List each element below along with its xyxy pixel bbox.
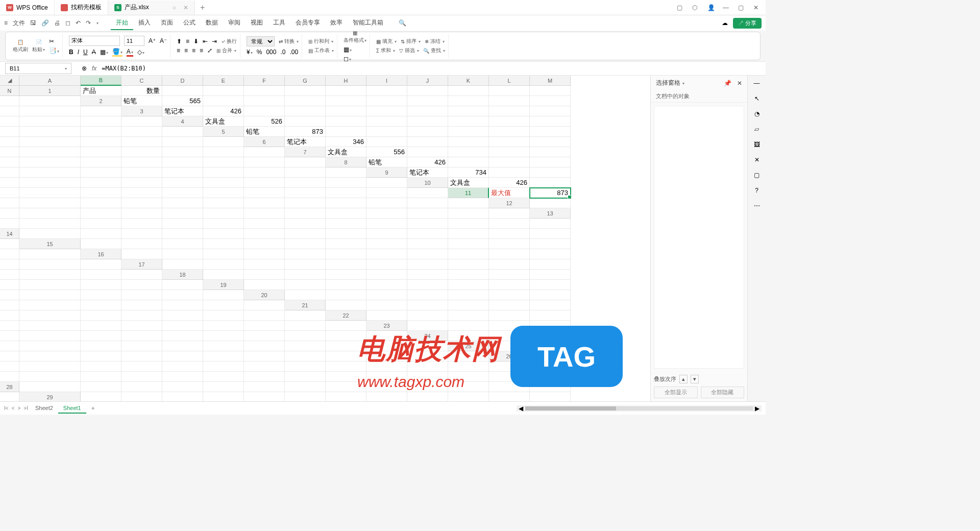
cell-I5[interactable] bbox=[0, 137, 19, 147]
cell-H9[interactable] bbox=[121, 178, 162, 188]
cell-G1[interactable] bbox=[326, 86, 366, 96]
cell-G25[interactable] bbox=[162, 351, 203, 361]
cell-I22[interactable] bbox=[121, 321, 162, 331]
menu-视图[interactable]: 视图 bbox=[246, 16, 268, 30]
row-header-1[interactable]: 1 bbox=[19, 86, 81, 96]
cell-I11[interactable] bbox=[244, 198, 285, 208]
cell-H14[interactable] bbox=[326, 229, 366, 239]
menu-会员专享[interactable]: 会员专享 bbox=[290, 16, 325, 30]
cell-G14[interactable] bbox=[285, 229, 326, 239]
cell-D19[interactable] bbox=[366, 280, 407, 290]
undo-icon[interactable]: ↶ bbox=[76, 19, 81, 27]
cell-L6[interactable] bbox=[162, 147, 203, 157]
cell-E20[interactable] bbox=[448, 290, 489, 300]
cell-L4[interactable] bbox=[81, 127, 121, 137]
cell-J17[interactable] bbox=[530, 259, 571, 270]
cell-M11[interactable] bbox=[407, 198, 448, 208]
cell-F2[interactable] bbox=[326, 96, 366, 106]
cell-K17[interactable] bbox=[0, 270, 19, 280]
menu-插入[interactable]: 插入 bbox=[133, 16, 156, 30]
cell-M4[interactable] bbox=[121, 127, 162, 137]
cell-I24[interactable] bbox=[203, 341, 244, 351]
cell-K15[interactable] bbox=[489, 239, 530, 249]
cell-H28[interactable] bbox=[326, 382, 366, 392]
cell-N24[interactable] bbox=[407, 341, 448, 351]
cell-C20[interactable] bbox=[366, 290, 407, 300]
name-box[interactable]: B11 ▾ bbox=[5, 63, 71, 74]
cell-H29[interactable] bbox=[366, 392, 407, 401]
cell-A8[interactable]: 铅笔 bbox=[366, 157, 407, 167]
cell-K2[interactable] bbox=[530, 96, 571, 106]
name-box-dropdown-icon[interactable]: ▾ bbox=[65, 66, 67, 71]
align-center-icon[interactable]: ≡ bbox=[184, 47, 188, 54]
align-left-icon[interactable]: ≡ bbox=[177, 47, 180, 54]
cell-J13[interactable] bbox=[366, 219, 407, 229]
cell-K16[interactable] bbox=[530, 249, 571, 259]
cell-D25[interactable] bbox=[19, 351, 81, 361]
col-header-B[interactable]: B bbox=[81, 76, 121, 86]
cell-I12[interactable] bbox=[285, 208, 326, 219]
row-header-12[interactable]: 12 bbox=[489, 198, 530, 208]
image-tool-icon[interactable]: 🖼 bbox=[754, 141, 760, 148]
tab-product-xlsx[interactable]: S 产品.xlsx ○ ✕ bbox=[108, 1, 195, 15]
cell-M17[interactable] bbox=[81, 270, 121, 280]
collapse-panel-icon[interactable]: — bbox=[754, 80, 760, 87]
cell-E13[interactable] bbox=[162, 219, 203, 229]
worksheet-button[interactable]: ▤工作表▾ bbox=[308, 47, 334, 54]
comma-icon[interactable]: 000 bbox=[266, 49, 276, 56]
row-header-25[interactable]: 25 bbox=[448, 341, 489, 351]
merge-button[interactable]: ⊞合并▾ bbox=[216, 47, 236, 54]
cell-C11[interactable] bbox=[0, 198, 19, 208]
cell-K20[interactable] bbox=[121, 300, 162, 310]
cell-D2[interactable] bbox=[244, 96, 285, 106]
cell-K4[interactable] bbox=[19, 127, 81, 137]
border-icon[interactable]: ▦▾ bbox=[100, 49, 108, 56]
cell-C9[interactable] bbox=[489, 167, 530, 178]
cell-I13[interactable] bbox=[326, 219, 366, 229]
cell-A4[interactable]: 文具盒 bbox=[203, 116, 244, 127]
cell-N16[interactable] bbox=[81, 259, 121, 270]
sheet-last-icon[interactable]: >I bbox=[23, 405, 28, 411]
cell-N2[interactable] bbox=[81, 106, 121, 116]
cell-F18[interactable] bbox=[407, 270, 448, 280]
cell-C26[interactable] bbox=[19, 361, 81, 372]
cell-J20[interactable] bbox=[81, 300, 121, 310]
cell-I1[interactable] bbox=[407, 86, 448, 96]
cell-E10[interactable] bbox=[19, 188, 81, 198]
cell-D13[interactable] bbox=[121, 219, 162, 229]
cell-B22[interactable] bbox=[407, 310, 448, 321]
cell-A27[interactable] bbox=[0, 372, 19, 382]
tab-wps-office[interactable]: W WPS Office bbox=[0, 1, 55, 15]
cell-L21[interactable] bbox=[203, 310, 244, 321]
cell-D5[interactable] bbox=[366, 127, 407, 137]
row-header-3[interactable]: 3 bbox=[121, 106, 162, 116]
cell-M24[interactable] bbox=[366, 341, 407, 351]
cell-A7[interactable]: 文具盒 bbox=[326, 147, 366, 157]
conditional-format-button[interactable]: ▦ 条件格式▾ bbox=[344, 30, 366, 44]
cell-G4[interactable] bbox=[448, 116, 489, 127]
cell-F1[interactable] bbox=[285, 86, 326, 96]
cell-K19[interactable] bbox=[81, 290, 121, 300]
cell-C14[interactable] bbox=[121, 229, 162, 239]
menu-效率[interactable]: 效率 bbox=[325, 16, 348, 30]
cell-H17[interactable] bbox=[448, 259, 489, 270]
row-header-5[interactable]: 5 bbox=[203, 127, 244, 137]
cell-N21[interactable] bbox=[285, 310, 326, 321]
sheet-tab-Sheet1[interactable]: Sheet1 bbox=[58, 403, 86, 414]
cell-C18[interactable] bbox=[285, 270, 326, 280]
cell-M19[interactable] bbox=[162, 290, 203, 300]
cell-K23[interactable] bbox=[244, 331, 285, 341]
cell-K27[interactable] bbox=[407, 372, 448, 382]
cell-I19[interactable] bbox=[0, 290, 19, 300]
cell-B14[interactable] bbox=[81, 229, 121, 239]
cell-C28[interactable] bbox=[121, 382, 162, 392]
cell-A14[interactable] bbox=[19, 229, 81, 239]
cell-A22[interactable] bbox=[366, 310, 407, 321]
menu-数据[interactable]: 数据 bbox=[201, 16, 223, 30]
cell-A16[interactable] bbox=[121, 249, 162, 259]
help-icon[interactable]: ? bbox=[755, 187, 758, 194]
row-header-27[interactable]: 27 bbox=[530, 361, 571, 372]
cell-L13[interactable] bbox=[448, 219, 489, 229]
cell-H15[interactable] bbox=[366, 239, 407, 249]
cell-M3[interactable] bbox=[81, 116, 121, 127]
